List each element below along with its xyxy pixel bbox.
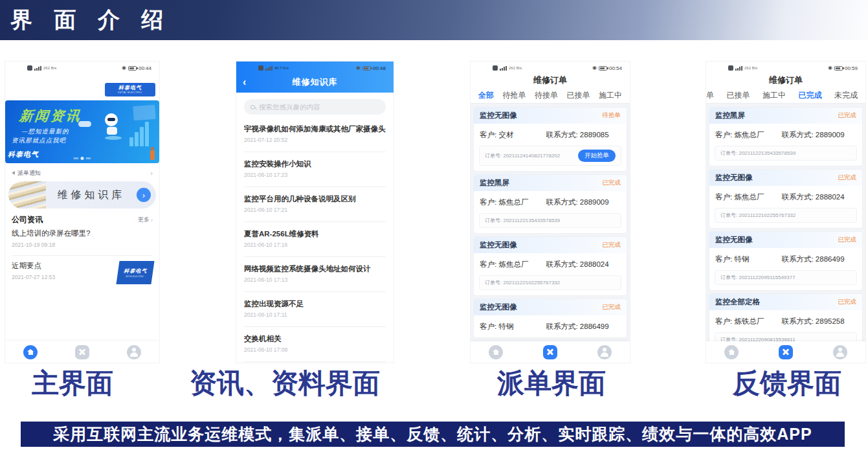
slide-footer: 采用互联网主流业务运维模式，集派单、接单、反馈、统计、分析、实时跟踪、绩效与一体… bbox=[21, 422, 845, 447]
tab-in-progress[interactable]: 施工中 bbox=[762, 90, 786, 101]
knowledge-item[interactable]: 监控出现资源不足 2021-06-10 17:11 bbox=[244, 292, 386, 327]
thumb-brand-en: KETAI ELECTRIC bbox=[126, 275, 144, 278]
eye-icon: ◉ bbox=[828, 65, 832, 71]
status-badge: 已完成 bbox=[603, 303, 621, 311]
screenshot-icon bbox=[493, 65, 498, 71]
news-title: 近期要点 bbox=[12, 261, 55, 271]
knowledge-date: 2021-06-10 17:16 bbox=[244, 242, 386, 248]
tab-completed[interactable]: 已完成 bbox=[799, 90, 822, 101]
knowledge-title: 网络视频监控系统摄像头地址如何设计 bbox=[244, 265, 386, 273]
robot-illustration bbox=[105, 113, 119, 140]
status-left: 40.7 K/s bbox=[258, 65, 289, 71]
status-badge: 已完成 bbox=[603, 179, 621, 187]
fault-title: 监控无图像 bbox=[715, 173, 753, 183]
battery-icon bbox=[128, 66, 137, 71]
tab-to-grab[interactable]: 待抢单 bbox=[503, 90, 526, 101]
dispatch-notice-label: 派单通知 bbox=[17, 169, 41, 177]
tools-icon[interactable] bbox=[543, 345, 557, 359]
news-carousel-banner[interactable]: 新闻资讯 —想知道最新的 资讯那就点点我吧 科泰电气 bbox=[5, 100, 159, 163]
tools-icon[interactable] bbox=[779, 345, 793, 359]
home-icon[interactable] bbox=[23, 345, 38, 359]
order-card-header: 监控无图像 待抢单 bbox=[474, 107, 627, 124]
tab-in-progress[interactable]: 施工中 bbox=[599, 90, 622, 101]
grab-order-button[interactable]: 开始抢单 bbox=[578, 150, 616, 162]
order-number-row: 订单号: 20211124140821778202 开始抢单 bbox=[479, 146, 621, 166]
knowledge-date: 2021-07-12 20:52 bbox=[244, 137, 386, 143]
eye-icon: ◉ bbox=[122, 65, 126, 71]
knowledge-item[interactable]: 网络视频监控系统摄像头地址如何设计 2021-06-10 17:13 bbox=[244, 257, 386, 292]
search-bar[interactable] bbox=[244, 99, 386, 115]
order-number: 订单号: 20211124140821778202 bbox=[485, 152, 560, 159]
more-link[interactable]: 更多 › bbox=[138, 216, 153, 224]
tab-accepted[interactable]: 已接单 bbox=[727, 90, 750, 101]
order-number-row: 订单号: 20211122095115549377 bbox=[715, 270, 857, 285]
knowledge-title: 夏普AR-256L维修资料 bbox=[244, 230, 386, 238]
knowledge-item[interactable]: 监控安装操作小知识 2021-06-10 17:23 bbox=[244, 152, 386, 187]
person-icon[interactable] bbox=[833, 345, 847, 359]
customer: 客户: 特钢 bbox=[480, 322, 546, 332]
back-button[interactable]: ‹ bbox=[243, 77, 246, 87]
order-card[interactable]: 监控黑屏 已完成 客户: 炼焦总厂 联系方式: 2889009 订单号: 202… bbox=[474, 175, 627, 233]
status-time: 00:48 bbox=[373, 65, 386, 71]
status-left: 262 B/s bbox=[27, 65, 56, 71]
knowledge-date: 2021-06-10 17:23 bbox=[244, 172, 386, 178]
status-right: ◉ 00:44 bbox=[122, 65, 151, 71]
battery-icon bbox=[599, 66, 607, 71]
tab-accepted[interactable]: 已接单 bbox=[567, 90, 590, 101]
phone-screen-feedback: 262 B/s ◉ 00:59 维修订单 接单 已接单 施工中 已完成 未完成 … bbox=[706, 62, 865, 363]
tab-all[interactable]: 全部 bbox=[478, 90, 494, 101]
tools-icon[interactable] bbox=[75, 345, 89, 359]
status-badge: 已完成 bbox=[838, 174, 857, 182]
app-header: 40.7 K/s ◉ 00:48 ‹ 维修知识库 bbox=[236, 62, 394, 93]
order-card-header: 监控全部定格 已完成 bbox=[709, 294, 862, 310]
contact: 联系方式: 2889085 bbox=[546, 130, 608, 140]
order-number: 订单号: 20211122095115549377 bbox=[720, 274, 796, 281]
chevron-right-icon: › bbox=[151, 217, 153, 223]
tab-uncompleted[interactable]: 未完成 bbox=[834, 90, 858, 101]
order-card[interactable]: 监控黑屏 已完成 客户: 炼焦总厂 联系方式: 2889009 订单号: 202… bbox=[709, 107, 862, 166]
person-icon[interactable] bbox=[127, 345, 141, 359]
order-card-header: 监控无图像 已完成 bbox=[474, 237, 627, 253]
caption-dispatch: 派单界面 bbox=[497, 365, 606, 401]
screenshot-icon bbox=[258, 65, 263, 71]
knowledge-item[interactable]: 夏普AR-256L维修资料 2021-06-10 17:16 bbox=[244, 222, 386, 257]
order-card-body: 客户: 炼焦总厂 联系方式: 2889009 bbox=[709, 124, 862, 146]
knowledge-base-label: 维修知识库 bbox=[46, 188, 137, 202]
status-right: ◉ 00:48 bbox=[356, 65, 386, 71]
phone-screen-knowledge: 40.7 K/s ◉ 00:48 ‹ 维修知识库 宇视录像机如何添加海康或其他厂… bbox=[236, 62, 394, 363]
order-number-row: 订单号: 20211122135433578539 bbox=[479, 213, 621, 228]
slide-title: 界 面 介 绍 bbox=[0, 5, 171, 35]
contact: 联系方式: 2888024 bbox=[546, 260, 608, 269]
signal-icon bbox=[265, 65, 273, 71]
tab-to-accept[interactable]: 待接单 bbox=[535, 90, 558, 101]
banner-bar-chart bbox=[129, 122, 149, 146]
customer: 客户: 炼焦总厂 bbox=[480, 198, 546, 207]
home-icon[interactable] bbox=[489, 345, 503, 359]
home-icon[interactable] bbox=[724, 345, 739, 359]
order-card-body: 客户: 炼铁总厂 联系方式: 2895258 bbox=[709, 310, 862, 332]
order-card-body: 客户: 交材 联系方式: 2889085 bbox=[474, 124, 627, 146]
arrow-circle-icon[interactable]: › bbox=[137, 188, 151, 202]
knowledge-item[interactable]: 常用网络架构 2021-06-10 16:58 bbox=[244, 362, 386, 363]
news-list-item[interactable]: 近期要点 2021-07-27 12:53 科泰电气 KETAI ELECTRI… bbox=[12, 261, 153, 284]
order-card-body: 客户: 炼焦总厂 联系方式: 2888024 bbox=[474, 253, 627, 275]
search-input[interactable] bbox=[259, 103, 379, 111]
order-card[interactable]: 监控无图像 已完成 客户: 特钢 联系方式: 2886499 bbox=[474, 299, 627, 337]
brand-name-cn: 科泰电气 bbox=[118, 85, 142, 91]
person-icon[interactable] bbox=[597, 345, 612, 359]
order-card[interactable]: 监控无图像 已完成 客户: 炼焦总厂 联系方式: 2888024 订单号: 20… bbox=[474, 237, 627, 295]
dispatch-notice-row[interactable]: 派单通知 › bbox=[5, 167, 159, 179]
order-card[interactable]: 监控无图像 待抢单 客户: 交材 联系方式: 2889085 订单号: 2021… bbox=[474, 107, 627, 171]
knowledge-item[interactable]: 宇视录像机如何添加海康或其他厂家摄像头 2021-07-12 20:52 bbox=[244, 117, 386, 152]
knowledge-item[interactable]: 交换机相关 2021-06-10 17:08 bbox=[244, 327, 386, 362]
order-card[interactable]: 监控无图像 已完成 客户: 特钢 联系方式: 2886499 订单号: 2021… bbox=[709, 232, 862, 290]
knowledge-base-card[interactable]: 维修知识库 › bbox=[8, 181, 156, 209]
thumb-brand-cn: 科泰电气 bbox=[124, 267, 148, 275]
order-card-body: 客户: 特钢 联系方式: 2886499 bbox=[709, 248, 862, 270]
order-number: 订单号: 20211122102255767332 bbox=[485, 279, 560, 286]
customer: 客户: 炼铁总厂 bbox=[715, 317, 781, 326]
knowledge-item[interactable]: 监控平台用的几种设备说明及区别 2021-06-10 17:21 bbox=[244, 187, 386, 222]
order-card[interactable]: 监控无图像 已完成 客户: 炼焦总厂 联系方式: 2888024 订单号: 20… bbox=[709, 170, 862, 228]
tab-to-accept[interactable]: 接单 bbox=[706, 90, 714, 101]
news-list-item[interactable]: 线上培训的录屏在哪里? 2021-10-19 09:18 bbox=[12, 229, 153, 256]
